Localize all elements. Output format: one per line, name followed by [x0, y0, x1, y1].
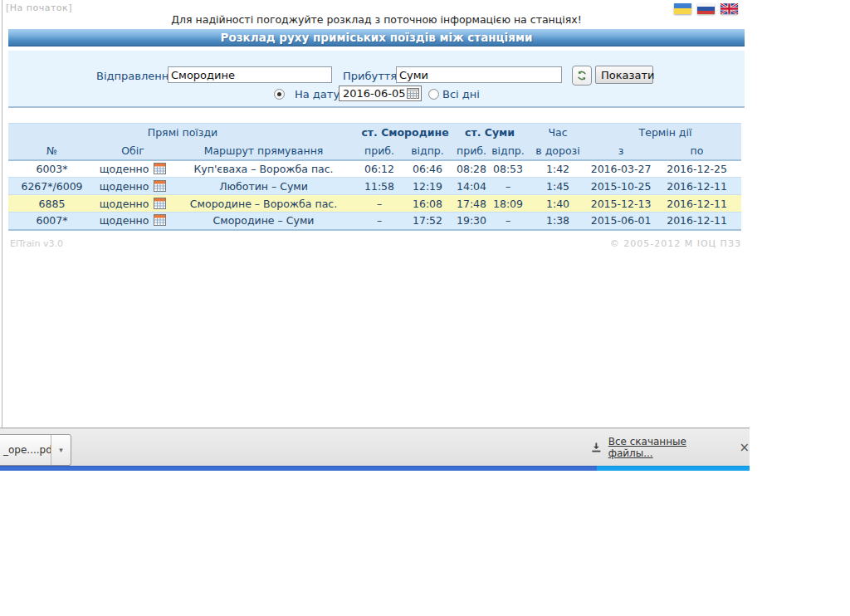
valid-to-cell: 2016-12-25 [652, 160, 741, 178]
downloads-bar: _ope....pdf ▾ Все скачанные файлы... × [0, 428, 750, 466]
arr1-cell: – [357, 195, 402, 213]
valid-to-cell: 2016-12-11 [652, 195, 741, 213]
route-cell: Смородине – Ворожба пас. [170, 195, 357, 213]
col-header-arr2: приб. [453, 142, 490, 160]
swap-stations-button[interactable] [572, 66, 592, 86]
valid-from-cell: 2016-03-27 [589, 160, 652, 178]
col-header-dep1: відпр. [402, 142, 453, 160]
col-header-circulation: Обіг [95, 142, 170, 160]
arr2-cell: 08:28 [453, 160, 490, 178]
page-title: Розклад руху приміських поїздів між стан… [8, 29, 745, 46]
col-header-valid-from: з [589, 142, 652, 160]
train-number-link[interactable]: 6003* [8, 160, 95, 178]
valid-from-cell: 2015-12-13 [589, 195, 652, 213]
on-date-radio[interactable] [274, 89, 285, 100]
downloads-bar-right: Все скачанные файлы... × [591, 428, 750, 467]
circulation-cell: щоденно [95, 213, 170, 230]
schedule-table: Прямі поїзди ст. Смородине ст. Суми Час … [8, 123, 741, 231]
bottom-strip-right [597, 466, 750, 471]
dep1-cell: 06:46 [402, 160, 453, 178]
col-header-dep2: відпр. [490, 142, 526, 160]
arrival-input[interactable] [396, 66, 562, 83]
on-date-label: На дату [295, 88, 340, 100]
browser-page: [На початок] Для надійності погоджуйте р… [0, 0, 850, 616]
table-row-highlighted: 6885 щоденно Смородине – Ворожба пас. – … [8, 195, 741, 213]
download-icon [591, 442, 602, 453]
route-cell: Смородине – Суми [170, 213, 357, 230]
home-link[interactable]: [На початок] [6, 2, 72, 13]
group-header-time: Час [526, 124, 589, 142]
table-group-header-row: Прямі поїзди ст. Смородине ст. Суми Час … [8, 124, 741, 142]
search-form-panel: Відправлення: Прибуття: Показати На дату… [8, 51, 745, 108]
calendar-icon[interactable] [407, 88, 419, 99]
calendar-icon[interactable] [154, 214, 166, 226]
departure-label: Відправлення: [96, 70, 178, 82]
circulation-cell: щоденно [95, 195, 170, 213]
valid-from-cell: 2015-06-01 [589, 213, 652, 230]
valid-from-cell: 2015-10-25 [589, 178, 652, 195]
dep2-cell: – [490, 178, 526, 195]
dep1-cell: 12:19 [402, 178, 453, 195]
route-cell: Куп'єваха – Ворожба пас. [170, 160, 357, 178]
bottom-strip-left [0, 466, 597, 471]
dep1-cell: 16:08 [402, 195, 453, 213]
all-days-label: Всі дні [442, 88, 480, 100]
col-header-route: Маршрут прямування [170, 142, 357, 160]
arr2-cell: 14:04 [453, 178, 490, 195]
duration-cell: 1:45 [526, 178, 589, 195]
train-number-link[interactable]: 6885 [8, 195, 95, 213]
duration-cell: 1:42 [526, 160, 589, 178]
page-left-border [2, 0, 2, 428]
all-downloads-link[interactable]: Все скачанные файлы... [608, 436, 723, 459]
group-header-validity: Термін дії [589, 124, 741, 142]
chevron-down-icon[interactable]: ▾ [51, 435, 71, 465]
dep2-cell: 08:53 [490, 160, 526, 178]
valid-to-cell: 2016-12-11 [652, 213, 741, 230]
arr1-cell: – [357, 213, 402, 230]
dep1-cell: 17:52 [402, 213, 453, 230]
arr1-cell: 11:58 [357, 178, 402, 195]
close-icon[interactable]: × [739, 442, 750, 454]
all-days-radio[interactable] [428, 89, 439, 100]
circulation-label: щоденно [100, 214, 149, 227]
show-button[interactable]: Показати [595, 66, 653, 84]
table-row: 6003* щоденно Куп'єваха – Ворожба пас. 0… [8, 160, 741, 178]
circulation-cell: щоденно [95, 178, 170, 195]
col-header-valid-to: по [652, 142, 741, 160]
circulation-label: щоденно [100, 198, 149, 210]
group-header-station-from: ст. Смородине [357, 124, 453, 142]
date-input[interactable]: 2016-06-05 [339, 86, 422, 101]
train-number-link[interactable]: 6007* [8, 213, 95, 230]
arrival-label: Прибуття: [343, 70, 401, 82]
calendar-icon[interactable] [154, 180, 166, 192]
calendar-icon[interactable] [154, 163, 166, 174]
duration-cell: 1:40 [526, 195, 589, 213]
downloaded-file-button[interactable]: _ope....pdf ▾ [0, 434, 71, 466]
refresh-icon [576, 70, 588, 81]
col-header-duration: в дорозі [526, 142, 589, 160]
circulation-cell: щоденно [95, 160, 170, 178]
duration-cell: 1:38 [526, 213, 589, 230]
group-header-station-to: ст. Суми [453, 124, 526, 142]
table-row: 6007* щоденно Смородине – Суми – 17:52 1… [8, 213, 741, 230]
page-title-bar: Розклад руху приміських поїздів між стан… [8, 29, 745, 46]
valid-to-cell: 2016-12-11 [652, 178, 741, 195]
col-header-number: № [8, 142, 95, 160]
train-number-link[interactable]: 6267*/6009 [8, 178, 95, 195]
departure-input[interactable] [168, 66, 332, 83]
route-cell: Люботин – Суми [170, 178, 357, 195]
col-header-arr1: приб. [357, 142, 402, 160]
table-column-header-row: № Обіг Маршрут прямування приб. відпр. п… [8, 142, 741, 160]
date-value: 2016-06-05 [343, 87, 406, 100]
arr2-cell: 19:30 [453, 213, 490, 230]
calendar-icon[interactable] [154, 198, 166, 209]
table-row: 6267*/6009 щоденно Люботин – Суми 11:58 … [8, 178, 741, 195]
circulation-label: щоденно [100, 180, 149, 193]
downloaded-file-name: _ope....pdf [0, 444, 51, 456]
copyright-label: © 2005-2012 М ІОЦ ПЗЗ [8, 238, 741, 249]
circulation-label: щоденно [100, 163, 149, 175]
arr2-cell: 17:48 [453, 195, 490, 213]
dep2-cell: – [490, 213, 526, 230]
arr1-cell: 06:12 [357, 160, 402, 178]
station-warning-text: Для надійності погоджуйте розклад з пото… [8, 13, 745, 26]
